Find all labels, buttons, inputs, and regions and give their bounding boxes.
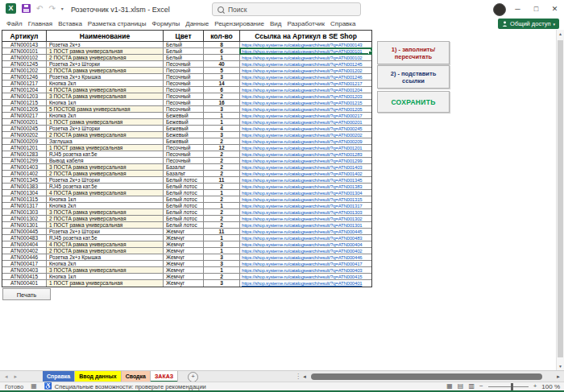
cell-qty[interactable]: 3 (204, 241, 240, 247)
cell-color[interactable]: Бежевый (164, 126, 204, 131)
cell-color[interactable]: Песочный (164, 74, 204, 80)
cell-qty[interactable]: 3 (204, 74, 240, 80)
product-search-link[interactable]: https://shop.systeme.ru/catalogsearch/re… (242, 262, 362, 266)
cell-sku[interactable]: ATN000417 (2, 261, 47, 266)
cell-name[interactable]: 2 ПОСТА рамка универсальная (47, 55, 164, 60)
cell-qty[interactable]: 1 (204, 190, 240, 196)
cell-name[interactable]: Кнопка 2кл (47, 113, 164, 118)
cell-qty[interactable]: 1 (204, 119, 240, 125)
cell-name[interactable]: Розетка 2к+з Шторки (47, 229, 164, 234)
cell-link[interactable]: https://shop.systeme.ru/catalogsearch/re… (240, 100, 371, 105)
cell-name[interactable]: Кнопка 2кл (47, 80, 164, 86)
cell-name[interactable]: 2 ПОСТА рамка универсальная (47, 68, 164, 73)
cell-name[interactable]: Кнопка 2кл (47, 261, 164, 266)
cell-name[interactable]: 3 ПОСТА рамка универсальная (47, 267, 164, 273)
cell-link[interactable]: https://shop.systeme.ru/catalogsearch/re… (240, 184, 371, 189)
cell-color[interactable]: Жемчуг (164, 267, 204, 273)
product-search-link[interactable]: https://shop.systeme.ru/catalogsearch/re… (242, 249, 362, 254)
cell-name[interactable]: 4 ПОСТА рамка универсальная (47, 87, 164, 93)
cell-qty[interactable]: 3 (204, 254, 240, 260)
product-search-link[interactable]: https://shop.systeme.ru/catalogsearch/re… (242, 75, 362, 80)
cell-link[interactable]: https://shop.systeme.ru/catalogsearch/re… (240, 177, 371, 183)
cell-qty[interactable]: 2 (204, 171, 240, 176)
cell-color[interactable]: Песочный (164, 158, 204, 163)
product-search-link[interactable]: https://shop.systeme.ru/catalogsearch/re… (242, 204, 362, 208)
cell-link[interactable]: https://shop.systeme.ru/catalogsearch/re… (240, 158, 371, 163)
redo-icon[interactable]: ↷ (48, 4, 55, 14)
cell-sku[interactable]: ATN001201 (2, 145, 47, 151)
customize-toolbar-icon[interactable]: ▾ (61, 6, 64, 11)
cell-name[interactable]: 2 ПОСТА рамка универсальная (47, 216, 164, 221)
product-search-link[interactable]: https://shop.systeme.ru/catalogsearch/re… (242, 68, 362, 73)
cell-link[interactable]: https://shop.systeme.ru/catalogsearch/re… (240, 87, 371, 93)
cell-qty[interactable]: 5 (204, 68, 240, 73)
cell-name[interactable]: Розетка 2к+з Шторки (47, 126, 164, 131)
cell-color[interactable]: Бежевый (164, 119, 204, 125)
product-search-link[interactable]: https://shop.systeme.ru/catalogsearch/re… (242, 101, 362, 105)
cell-qty[interactable]: 2 (204, 216, 240, 221)
substitute-links-button[interactable]: 2) - подставить ссылки (377, 65, 450, 89)
product-search-link[interactable]: https://shop.systeme.ru/catalogsearch/re… (242, 43, 362, 47)
product-search-link[interactable]: https://shop.systeme.ru/catalogsearch/re… (242, 165, 362, 170)
product-search-link[interactable]: https://shop.systeme.ru/catalogsearch/re… (242, 184, 362, 189)
save-macro-button[interactable]: СОХРАНИТЬ (377, 91, 450, 113)
cell-qty[interactable]: 2 (204, 222, 240, 228)
cell-sku[interactable]: ATN001202 (2, 68, 47, 73)
cell-qty[interactable]: 6 (204, 87, 240, 93)
cell-color[interactable]: Бежевый (164, 113, 204, 118)
zoom-slider[interactable] (488, 386, 529, 387)
cell-color[interactable]: Песочный (164, 151, 204, 157)
fill-handle[interactable] (368, 51, 371, 54)
cell-link[interactable]: https://shop.systeme.ru/catalogsearch/re… (240, 151, 371, 157)
product-search-link[interactable]: https://shop.systeme.ru/catalogsearch/re… (242, 274, 362, 279)
zoom-slider-thumb[interactable] (511, 383, 513, 390)
cell-color[interactable]: Белый (164, 48, 204, 54)
cell-link[interactable]: https://shop.systeme.ru/catalogsearch/re… (240, 80, 371, 86)
cell-color[interactable]: Жемчуг (164, 248, 204, 254)
cell-name[interactable]: 3 ПОСТА рамка универсальная (47, 93, 164, 99)
cell-name[interactable]: Розетка 2к+з Крышка (47, 74, 164, 80)
product-search-link[interactable]: https://shop.systeme.ru/catalogsearch/re… (242, 159, 362, 163)
cell-sku[interactable]: ATN000217 (2, 113, 47, 118)
cell-link[interactable]: https://shop.systeme.ru/catalogsearch/re… (240, 190, 371, 196)
product-search-link[interactable]: https://shop.systeme.ru/catalogsearch/re… (242, 107, 362, 112)
cell-sku[interactable]: ATN001303 (2, 209, 47, 215)
scroll-left-icon[interactable]: ◄ (302, 371, 307, 382)
cell-sku[interactable]: ATN001301 (2, 222, 47, 228)
cell-link[interactable]: https://shop.systeme.ru/catalogsearch/re… (240, 267, 371, 273)
cell-link[interactable]: https://shop.systeme.ru/catalogsearch/re… (240, 274, 371, 279)
product-search-link[interactable]: https://shop.systeme.ru/catalogsearch/re… (242, 152, 362, 157)
cell-link[interactable]: https://shop.systeme.ru/catalogsearch/re… (240, 235, 371, 241)
cell-color[interactable]: Жемчуг (164, 229, 204, 234)
product-search-link[interactable]: https://shop.systeme.ru/catalogsearch/re… (242, 197, 362, 202)
cell-qty[interactable]: 4 (204, 126, 240, 131)
cell-color[interactable]: Жемчуг (164, 241, 204, 247)
product-search-link[interactable]: https://shop.systeme.ru/catalogsearch/re… (242, 268, 362, 273)
cell-sku[interactable]: ATN001245 (2, 61, 47, 67)
cell-link[interactable]: https://shop.systeme.ru/catalogsearch/re… (240, 55, 371, 60)
cell-color[interactable]: Песочный (164, 68, 204, 73)
product-search-link[interactable]: https://shop.systeme.ru/catalogsearch/re… (242, 126, 362, 131)
cell-qty[interactable]: 1 (204, 235, 240, 241)
cell-qty[interactable]: 2 (204, 158, 240, 163)
share-button[interactable]: Общий доступ ▾ (498, 19, 559, 29)
cell-qty[interactable]: 12 (204, 145, 240, 151)
cell-color[interactable]: Бежевый (164, 138, 204, 144)
cell-name[interactable]: Кнопка 2кл (47, 203, 164, 208)
cell-sku[interactable]: ATN000201 (2, 119, 47, 125)
cell-color[interactable]: Песочный (164, 100, 204, 105)
cell-color[interactable]: Белый лотос (164, 177, 204, 183)
cell-sku[interactable]: ATN001403 (2, 164, 47, 170)
product-search-link[interactable]: https://shop.systeme.ru/catalogsearch/re… (242, 229, 362, 234)
product-search-link[interactable]: https://shop.systeme.ru/catalogsearch/re… (242, 255, 362, 260)
product-search-link[interactable]: https://shop.systeme.ru/catalogsearch/re… (242, 88, 362, 93)
cell-color[interactable]: Белый лотос (164, 190, 204, 196)
cell-sku[interactable]: ATN001402 (2, 171, 47, 176)
cell-color[interactable]: Белый лотос (164, 203, 204, 208)
sheet-tab-ввод-данных[interactable]: Ввод данных (75, 371, 122, 382)
cell-sku[interactable]: ATN001345 (2, 177, 47, 183)
zoom-out-icon[interactable]: − (479, 382, 483, 390)
cell-name[interactable]: RJ45 розетка кат.5е (47, 184, 164, 189)
cell-sku[interactable]: ATN001317 (2, 203, 47, 208)
cell-sku[interactable]: ATN000102 (2, 55, 47, 60)
